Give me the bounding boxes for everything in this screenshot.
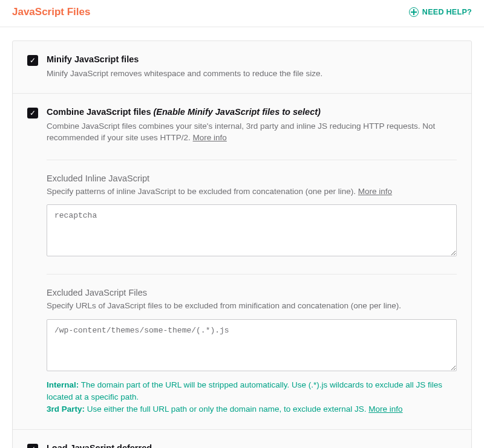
- thirdparty-hint: Use either the full URL path or only the…: [85, 404, 368, 414]
- excluded-files-textarea[interactable]: [47, 319, 457, 371]
- excluded-inline-textarea[interactable]: [47, 204, 457, 256]
- excluded-files-desc: Specify URLs of JavaScript files to be e…: [47, 300, 457, 312]
- combine-hint: (Enable Minify JavaScript files to selec…: [153, 107, 320, 117]
- help-button[interactable]: NEED HELP?: [409, 7, 472, 17]
- combine-title-text: Combine JavaScript files: [47, 107, 153, 117]
- check-icon: ✓: [30, 109, 36, 117]
- internal-hint-label: Internal:: [47, 380, 79, 389]
- minify-section: ✓ Minify JavaScript files Minify JavaScr…: [13, 41, 471, 94]
- internal-hint: The domain part of the URL will be strip…: [47, 380, 442, 401]
- thirdparty-hint-label: 3rd Party:: [47, 404, 85, 414]
- minify-title: Minify JavaScript files: [47, 54, 322, 64]
- excluded-files-block: Excluded JavaScript Files Specify URLs o…: [47, 274, 457, 415]
- deferred-checkbox[interactable]: ✓: [27, 444, 38, 448]
- deferred-section: ✓ Load JavaScript deferred Load JavaScri…: [13, 430, 471, 448]
- excluded-files-title: Excluded JavaScript Files: [47, 288, 457, 297]
- excluded-inline-more-link[interactable]: More info: [358, 187, 392, 196]
- check-icon: ✓: [30, 57, 36, 64]
- lifebuoy-icon: [409, 7, 419, 17]
- check-icon: ✓: [30, 446, 36, 448]
- excluded-inline-block: Excluded Inline JavaScript Specify patte…: [47, 160, 457, 259]
- settings-panel: ✓ Minify JavaScript files Minify JavaScr…: [12, 41, 472, 448]
- excluded-inline-desc: Specify patterns of inline JavaScript to…: [47, 186, 457, 198]
- combine-desc: Combine JavaScript files combines your s…: [47, 120, 457, 144]
- page-title: JavaScript Files: [12, 6, 90, 18]
- help-label: NEED HELP?: [422, 8, 472, 16]
- combine-more-info-link[interactable]: More info: [193, 133, 227, 142]
- combine-title: Combine JavaScript files (Enable Minify …: [47, 107, 457, 117]
- header: JavaScript Files NEED HELP?: [0, 0, 484, 27]
- excluded-files-more-link[interactable]: More info: [368, 404, 402, 414]
- combine-section: ✓ Combine JavaScript files (Enable Minif…: [13, 94, 471, 430]
- deferred-title: Load JavaScript deferred: [47, 443, 428, 448]
- excluded-files-hints: Internal: The domain part of the URL wil…: [47, 379, 457, 416]
- minify-desc: Minify JavaScript removes whitespace and…: [47, 68, 322, 80]
- combine-checkbox[interactable]: ✓: [27, 108, 38, 118]
- excluded-inline-title: Excluded Inline JavaScript: [47, 174, 457, 183]
- minify-checkbox[interactable]: ✓: [27, 55, 38, 66]
